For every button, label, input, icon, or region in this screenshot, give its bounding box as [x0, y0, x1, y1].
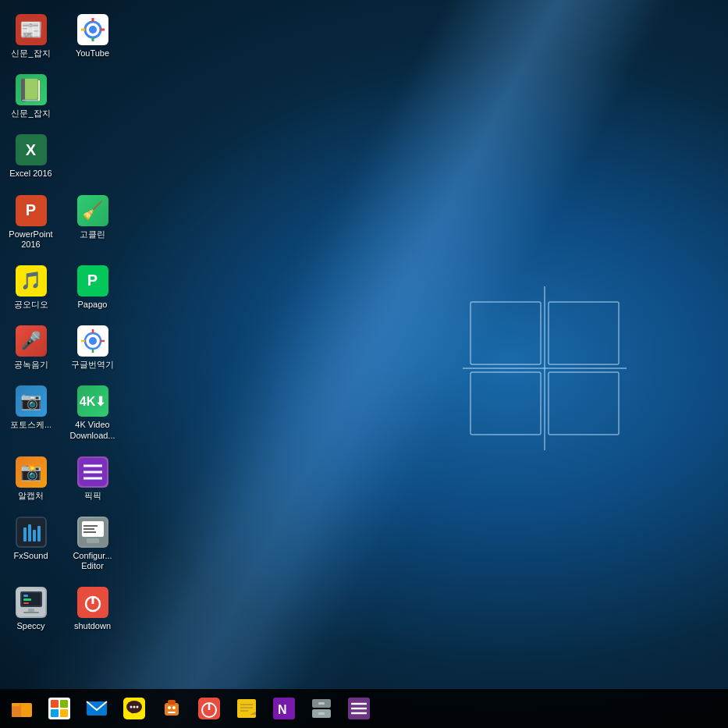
svg-rect-53 [60, 709, 68, 717]
svg-rect-3 [549, 372, 619, 435]
alcapture-icon: 📸 [16, 456, 47, 488]
svg-rect-0 [471, 302, 541, 364]
taskbar-ms-store[interactable] [42, 691, 76, 726]
taskbar-file-explorer[interactable] [5, 691, 39, 726]
icon-row-8: 📸 알캡처 픽픽 [0, 450, 156, 507]
icon-configeditor[interactable]: Configur... Editor [63, 512, 122, 576]
svg-rect-34 [87, 538, 99, 543]
svg-rect-1 [549, 302, 619, 364]
svg-rect-68 [237, 699, 256, 718]
icon-row-5: 🎵 공오디오 P Papago [0, 259, 156, 316]
excel-label: Excel 2016 [9, 169, 51, 179]
icon-shutdown[interactable]: shutdown [63, 582, 122, 636]
ppt-label: PowerPoint 2016 [5, 229, 57, 250]
icon-fxsound[interactable]: FxSound [2, 512, 60, 576]
icon-photoscapex[interactable]: 📷 포토스케... [2, 381, 60, 445]
shinmun1-icon: 📰 [16, 14, 47, 45]
shutdown-label: shutdown [74, 621, 111, 631]
svg-rect-39 [23, 598, 31, 601]
svg-rect-76 [318, 702, 325, 705]
svg-rect-40 [23, 602, 29, 604]
speccy-icon [16, 587, 47, 618]
papago-label: Papago [78, 300, 108, 310]
svg-point-59 [137, 706, 139, 708]
icon-recaudio[interactable]: 🎤 공녹음기 [2, 321, 60, 375]
svg-rect-52 [51, 709, 59, 717]
svg-rect-61 [168, 700, 176, 705]
kakaudio-label: 공오디오 [14, 300, 48, 310]
icon-row-4: P PowerPoint 2016 🧹 고클린 [0, 189, 156, 256]
shinmun2-icon: 📗 [16, 74, 47, 105]
taskbar-cabinets[interactable] [304, 691, 339, 726]
icon-shinmun-1[interactable]: 📰 신문_잡지 [2, 9, 60, 63]
fxsound-label: FxSound [13, 551, 48, 561]
gtranslate-icon [77, 325, 108, 357]
icon-row-7: 📷 포토스케... 4K⬇ 4K Video Download... [0, 379, 156, 446]
picpick-label: 픽픽 [84, 491, 101, 501]
svg-rect-48 [12, 703, 20, 706]
taskbar-kakaotalk[interactable] [117, 691, 151, 726]
desktop: 📰 신문_잡지 YouTube 📗 신문_잡지 X Excel 2016 [0, 0, 728, 728]
desktop-icons-container: 📰 신문_잡지 YouTube 📗 신문_잡지 X Excel 2016 [0, 0, 156, 648]
alcapture-label: 알캡처 [18, 491, 44, 501]
excel-icon: X [16, 134, 47, 165]
svg-rect-2 [471, 372, 541, 435]
icon-youtube[interactable]: YouTube [63, 9, 122, 63]
taskbar-mail[interactable] [80, 691, 114, 726]
icon-4kvideo[interactable]: 4K⬇ 4K Video Download... [63, 381, 122, 445]
svg-rect-38 [23, 595, 28, 597]
4kvideo-label: 4K Video Download... [66, 420, 119, 440]
svg-rect-26 [28, 524, 31, 542]
svg-text:N: N [278, 703, 287, 716]
icon-row-9: FxSound Configur... Editor [0, 510, 156, 577]
taskbar-sticky-notes[interactable] [229, 691, 264, 726]
svg-rect-51 [60, 700, 68, 708]
svg-point-58 [133, 706, 136, 708]
icon-row-3: X Excel 2016 [0, 128, 156, 185]
papago-icon: P [77, 265, 108, 297]
svg-rect-47 [12, 705, 21, 717]
svg-point-63 [172, 706, 176, 709]
kakaudio-icon: 🎵 [16, 265, 47, 297]
taskbar-picpick[interactable] [342, 691, 376, 726]
icon-goclean[interactable]: 🧹 고클린 [63, 190, 122, 254]
icon-gtranslate[interactable]: 구글번역기 [63, 321, 122, 375]
svg-rect-50 [51, 700, 59, 708]
svg-rect-25 [23, 527, 27, 542]
icon-row-1: 📰 신문_잡지 YouTube [0, 8, 156, 65]
svg-point-8 [89, 26, 97, 34]
icon-alcapture[interactable]: 📸 알캡처 [2, 452, 60, 506]
ppt-icon: P [16, 195, 47, 226]
svg-rect-77 [318, 712, 325, 715]
configeditor-icon [77, 517, 108, 548]
icon-papago[interactable]: P Papago [63, 261, 122, 314]
taskbar-shutdown-timer[interactable] [192, 691, 226, 726]
goclean-icon: 🧹 [77, 195, 108, 226]
svg-point-15 [89, 337, 97, 345]
icon-kakaudio[interactable]: 🎵 공오디오 [2, 261, 60, 314]
taskbar: N [0, 689, 728, 728]
shutdown-icon [77, 587, 108, 618]
icon-shinmun-2[interactable]: 📗 신문_잡지 [2, 69, 60, 123]
taskbar-onenote[interactable]: N [267, 691, 301, 726]
taskbar-alzip[interactable] [154, 691, 189, 726]
goclean-label: 고클린 [80, 229, 105, 240]
svg-rect-27 [33, 530, 36, 542]
icon-row-10: Speccy shutdown [0, 581, 156, 637]
recaudio-icon: 🎤 [16, 325, 47, 357]
svg-rect-64 [168, 712, 176, 713]
picpick-icon [77, 456, 108, 488]
fxsound-icon [16, 517, 47, 548]
shinmun1-label: 신문_잡지 [11, 48, 50, 59]
speccy-label: Speccy [16, 621, 44, 631]
photoscapex-icon: 📷 [16, 385, 47, 417]
svg-rect-41 [28, 609, 34, 612]
icon-row-6: 🎤 공녹음기 구글번역기 [0, 319, 156, 376]
youtube-icon [77, 14, 108, 45]
icon-picpick[interactable]: 픽픽 [63, 452, 122, 506]
photoscapex-label: 포토스케... [10, 420, 51, 430]
4kvideo-icon: 4K⬇ [77, 385, 108, 417]
icon-excel[interactable]: X Excel 2016 [2, 130, 60, 183]
icon-ppt[interactable]: P PowerPoint 2016 [2, 190, 60, 254]
icon-speccy[interactable]: Speccy [2, 582, 60, 636]
